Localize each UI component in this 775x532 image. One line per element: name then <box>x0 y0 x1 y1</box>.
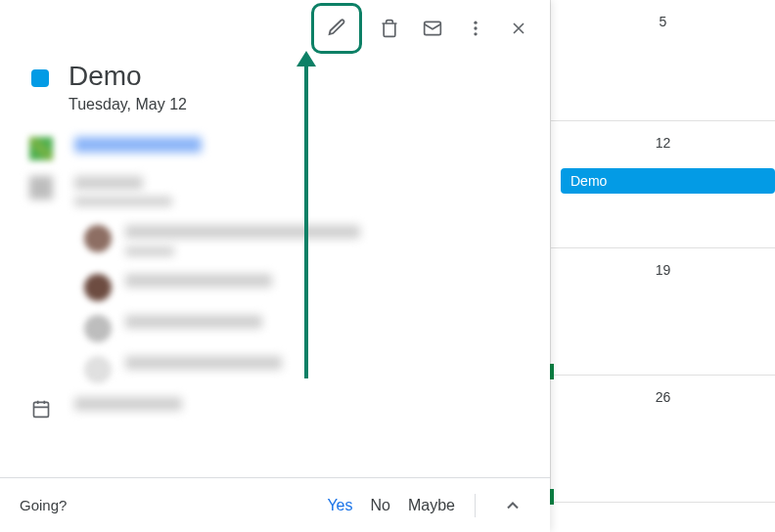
calendar-date: 5 <box>551 14 775 29</box>
close-icon <box>509 19 528 38</box>
calendar-date: 26 <box>551 389 775 405</box>
trash-icon <box>380 19 399 38</box>
event-date: Tuesday, May 12 <box>68 96 534 113</box>
calendar-name-row <box>29 397 534 421</box>
svg-point-3 <box>474 32 477 35</box>
email-button[interactable] <box>413 9 452 48</box>
calendar-cell[interactable]: 12 Demo <box>550 121 775 248</box>
attendee-item[interactable] <box>84 356 534 383</box>
people-icon <box>29 176 53 200</box>
calendar-date: 19 <box>551 262 775 278</box>
pencil-icon <box>326 18 347 39</box>
attendees-row <box>29 176 534 209</box>
delete-button[interactable] <box>370 9 409 48</box>
meet-icon <box>29 137 53 160</box>
avatar <box>84 356 112 383</box>
meeting-link-row[interactable] <box>29 137 534 160</box>
avatar <box>84 315 112 342</box>
event-details-popup: Demo Tuesday, May 12 <box>0 0 550 532</box>
divider <box>475 494 476 517</box>
calendar-icon <box>29 397 53 421</box>
event-title-section: Demo Tuesday, May 12 <box>0 49 550 121</box>
calendar-event-chip[interactable]: Demo <box>561 168 775 194</box>
calendar-grid: 5 12 Demo 19 26 <box>550 0 775 532</box>
rsvp-expand-button[interactable] <box>495 488 530 523</box>
rsvp-label: Going? <box>20 497 67 513</box>
chevron-up-icon <box>503 496 523 515</box>
rsvp-no[interactable]: No <box>371 497 390 514</box>
rsvp-options: Yes No Maybe <box>327 488 530 523</box>
close-button[interactable] <box>499 9 538 48</box>
avatar <box>84 274 112 301</box>
more-vertical-icon <box>466 19 485 38</box>
event-details-body <box>0 121 550 477</box>
attendee-item[interactable] <box>84 274 534 301</box>
rsvp-bar: Going? Yes No Maybe <box>0 477 550 532</box>
rsvp-maybe[interactable]: Maybe <box>408 497 455 514</box>
event-bar <box>550 364 554 379</box>
avatar <box>84 225 112 252</box>
svg-point-2 <box>474 26 477 29</box>
event-color-chip <box>31 69 49 87</box>
options-button[interactable] <box>456 9 495 48</box>
popup-toolbar <box>0 0 550 49</box>
svg-rect-4 <box>34 402 49 417</box>
svg-point-1 <box>474 22 477 24</box>
calendar-date: 12 <box>551 135 775 151</box>
attendee-item[interactable] <box>84 225 534 260</box>
envelope-icon <box>423 19 442 38</box>
edit-button-highlighted[interactable] <box>311 3 362 54</box>
calendar-cell[interactable]: 5 <box>550 0 775 121</box>
calendar-cell[interactable]: 19 <box>550 248 775 376</box>
event-bar <box>550 489 554 505</box>
attendee-item[interactable] <box>84 315 534 342</box>
rsvp-yes[interactable]: Yes <box>327 497 352 514</box>
calendar-cell[interactable]: 26 <box>550 376 775 503</box>
event-title: Demo <box>68 61 534 92</box>
attendee-list <box>29 225 534 383</box>
